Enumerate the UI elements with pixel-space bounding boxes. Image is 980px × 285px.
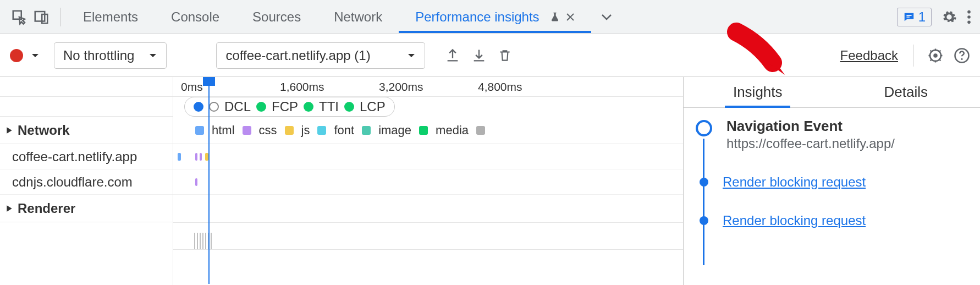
marker-label: TTI: [319, 99, 339, 114]
throttling-value: No throttling: [63, 48, 134, 63]
ruler-tick: 0ms: [181, 80, 203, 94]
legend-label: js: [301, 123, 310, 138]
network-lane[interactable]: [173, 169, 683, 195]
svg-point-3: [967, 15, 971, 19]
tab-details[interactable]: Details: [832, 77, 981, 107]
timing-settings-icon[interactable]: [927, 47, 944, 64]
tab-elements[interactable]: Elements: [67, 2, 155, 32]
devtools-tabs: Elements Console Sources Network Perform…: [67, 2, 897, 32]
record-button[interactable]: [10, 49, 23, 62]
insights-tabs: Insights Details: [684, 77, 980, 108]
legend-label: html: [212, 123, 235, 138]
legend-swatch-font: [317, 126, 326, 135]
record-dropdown-icon[interactable]: [31, 51, 40, 60]
feedback-link[interactable]: Feedback: [838, 47, 900, 64]
recording-select[interactable]: coffee-cart.netlify.app (1): [216, 42, 425, 69]
marker-dot: [256, 102, 266, 112]
renderer-section-header[interactable]: Renderer: [0, 195, 173, 222]
tabbar-left-icons: [5, 9, 55, 25]
io-icons: [445, 48, 512, 63]
flask-icon: [549, 11, 560, 23]
tab-console[interactable]: Console: [155, 2, 236, 32]
tab-network[interactable]: Network: [317, 2, 399, 32]
timing-markers-pill[interactable]: DCL FCP TTI LCP: [184, 97, 395, 117]
ruler-tick: 4,800ms: [478, 80, 522, 94]
throttling-dropdown[interactable]: No throttling: [54, 42, 167, 69]
legend-label: image: [378, 123, 411, 138]
tab-insights[interactable]: Insights: [684, 77, 832, 107]
svg-point-8: [961, 58, 962, 59]
legend-swatch-css: [243, 126, 251, 135]
insights-panel: Insights Details Navigation Event https:…: [683, 77, 980, 285]
insights-list: Navigation Event https://coffee-cart.net…: [684, 108, 980, 228]
marker-label: LCP: [360, 99, 386, 114]
host-label: coffee-cart.netlify.app: [12, 149, 137, 165]
legend-swatch-js: [285, 126, 294, 135]
playhead-handle[interactable]: [203, 77, 215, 86]
insight-item[interactable]: Render blocking request: [696, 174, 968, 190]
help-icon[interactable]: [954, 47, 970, 64]
ruler-tick: 1,600ms: [280, 80, 324, 94]
legend-label: media: [436, 123, 469, 138]
network-host-row[interactable]: coffee-cart.netlify.app: [0, 144, 173, 169]
renderer-label: Renderer: [18, 201, 75, 216]
device-toggle-icon[interactable]: [33, 9, 49, 25]
insights-toolbar: No throttling coffee-cart.netlify.app (1…: [0, 34, 980, 77]
chevron-down-icon: [407, 51, 416, 60]
network-lanes: [173, 144, 683, 195]
legend-label: font: [334, 123, 354, 138]
main-split: Network coffee-cart.netlify.app cdnjs.cl…: [0, 77, 980, 285]
tab-performance-insights[interactable]: Performance insights: [399, 2, 591, 32]
insight-link[interactable]: Render blocking request: [723, 174, 866, 190]
legend-label: css: [259, 123, 277, 138]
svg-point-4: [967, 20, 971, 24]
recording-value: coffee-cart.netlify.app (1): [225, 48, 370, 63]
network-label: Network: [18, 123, 70, 138]
navigation-event-title: Navigation Event: [726, 118, 895, 135]
tab-label: Performance insights: [415, 9, 539, 25]
legend-swatch-other: [476, 126, 485, 135]
timeline-area[interactable]: 0ms 1,600ms 3,200ms 4,800ms DCL FCP TTI …: [173, 77, 683, 285]
divider: [913, 45, 914, 67]
svg-rect-0: [35, 12, 45, 21]
chevron-down-icon: [148, 51, 157, 60]
network-section-header[interactable]: Network: [0, 117, 173, 144]
network-host-row[interactable]: cdnjs.cloudflare.com: [0, 169, 173, 195]
legend-swatch-html: [195, 126, 204, 135]
more-tabs-icon[interactable]: [591, 3, 622, 31]
tabbar-right-icons: 1: [897, 8, 975, 26]
insight-item[interactable]: Render blocking request: [696, 213, 968, 228]
navigation-event-marker: [696, 120, 712, 136]
inspect-element-icon[interactable]: [11, 9, 27, 25]
time-ruler[interactable]: 0ms 1,600ms 3,200ms 4,800ms: [173, 77, 683, 97]
playhead-line: [208, 86, 210, 284]
marker-dot: [194, 102, 203, 112]
import-icon[interactable]: [471, 48, 487, 63]
ruler-tick: 3,200ms: [379, 80, 423, 94]
devtools-tabbar: Elements Console Sources Network Perform…: [0, 0, 980, 34]
legend-swatch-media: [419, 126, 428, 135]
navigation-event-url: https://coffee-cart.netlify.app/: [726, 136, 895, 151]
timeline-connector: [703, 139, 704, 265]
close-tab-icon[interactable]: [566, 13, 575, 21]
marker-label: FCP: [272, 99, 298, 114]
navigation-event[interactable]: Navigation Event https://coffee-cart.net…: [696, 118, 968, 151]
host-label: cdnjs.cloudflare.com: [12, 174, 133, 190]
divider: [60, 8, 61, 26]
delete-icon[interactable]: [498, 48, 512, 63]
marker-dot: [344, 102, 354, 112]
messages-count: 1: [918, 9, 926, 25]
tracks-sidebar: Network coffee-cart.netlify.app cdnjs.cl…: [0, 77, 173, 285]
network-lane[interactable]: [173, 144, 683, 169]
insight-link[interactable]: Render blocking request: [723, 213, 866, 228]
messages-badge[interactable]: 1: [897, 8, 932, 26]
filetype-legend: html css js font image media: [173, 117, 683, 144]
tab-sources[interactable]: Sources: [236, 2, 317, 32]
svg-point-6: [933, 53, 938, 58]
export-icon[interactable]: [445, 48, 460, 63]
legend-swatch-image: [362, 126, 371, 135]
marker-dot: [304, 102, 313, 112]
kebab-menu-icon[interactable]: [967, 9, 971, 25]
renderer-track[interactable]: [173, 222, 683, 250]
settings-gear-icon[interactable]: [942, 9, 957, 25]
